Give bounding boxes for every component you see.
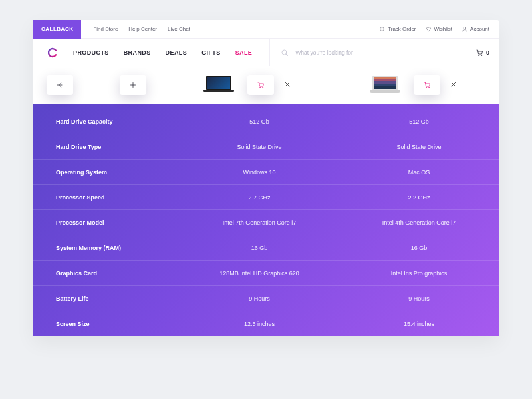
- plus-icon: [129, 81, 137, 89]
- spec-label: System Memory (RAM): [33, 245, 180, 251]
- live-chat-link[interactable]: Live Chat: [168, 26, 190, 32]
- product-a-thumbnail[interactable]: [200, 73, 238, 97]
- svg-point-0: [380, 27, 384, 31]
- brand-logo[interactable]: [33, 47, 73, 58]
- svg-point-2: [464, 27, 466, 29]
- cart-add-icon: [257, 81, 265, 89]
- spec-label: Operating System: [33, 169, 180, 176]
- close-icon: [283, 80, 291, 88]
- spec-value-a: Windows 10: [180, 169, 339, 176]
- spec-row: Processor ModelIntel 7th Generation Core…: [33, 210, 499, 235]
- product-b-remove[interactable]: [450, 80, 458, 90]
- search-field[interactable]: What you're looking for: [269, 39, 353, 66]
- spec-value-a: 2.7 GHz: [180, 194, 339, 201]
- cart-icon: [475, 49, 483, 57]
- compare-strip: [33, 66, 499, 104]
- add-product-button[interactable]: [120, 75, 146, 95]
- help-center-link[interactable]: Help Center: [128, 26, 157, 32]
- svg-point-4: [478, 55, 479, 55]
- spec-value-b: 9 Hours: [339, 295, 499, 302]
- nav-sale[interactable]: SALE: [235, 49, 253, 56]
- svg-point-9: [428, 87, 429, 88]
- spec-value-b: 2.2 GHz: [339, 194, 499, 201]
- track-order-link[interactable]: Track Order: [379, 26, 416, 32]
- main-nav: PRODUCTS BRANDS DEALS GIFTS SALE What yo…: [33, 39, 499, 66]
- spec-row: Hard Drive TypeSolid State DriveSolid St…: [33, 134, 499, 160]
- spec-row: System Memory (RAM)16 Gb16 Gb: [33, 235, 499, 261]
- spec-label: Processor Model: [33, 219, 180, 226]
- spec-value-b: Mac OS: [339, 169, 499, 176]
- spec-label: Processor Speed: [33, 194, 180, 201]
- wishlist-label: Wishlist: [434, 26, 453, 32]
- user-icon: [462, 26, 467, 32]
- spec-value-a: Intel 7th Generation Core i7: [180, 219, 339, 226]
- product-b-add-cart[interactable]: [414, 75, 440, 95]
- cart-count: 0: [486, 49, 489, 56]
- spec-value-b: 512 Gb: [339, 118, 499, 125]
- nav-deals[interactable]: DEALS: [166, 49, 188, 56]
- logo-icon: [48, 47, 59, 58]
- spec-value-a: 128MB Intel HD Graphics 620: [180, 270, 339, 277]
- spec-label: Hard Drive Capacity: [33, 118, 180, 125]
- spec-value-b: Intel 4th Generation Core i7: [339, 219, 499, 226]
- spec-value-a: 16 Gb: [180, 245, 339, 251]
- search-placeholder: What you're looking for: [295, 49, 353, 56]
- arrow-left-icon: [56, 81, 64, 89]
- utility-links: Find Store Help Center Live Chat: [93, 26, 190, 32]
- spec-value-b: 16 Gb: [339, 245, 499, 251]
- account-label: Account: [470, 26, 489, 32]
- cart-button[interactable]: 0: [475, 49, 489, 57]
- find-store-link[interactable]: Find Store: [93, 26, 118, 32]
- svg-point-6: [259, 87, 260, 88]
- nav-menu: PRODUCTS BRANDS DEALS GIFTS SALE: [73, 49, 252, 56]
- track-order-label: Track Order: [388, 26, 416, 32]
- account-link[interactable]: Account: [462, 26, 489, 32]
- spec-table: Hard Drive Capacity512 Gb512 GbHard Driv…: [33, 104, 499, 336]
- spec-label: Hard Drive Type: [33, 144, 180, 150]
- svg-point-5: [481, 55, 481, 55]
- target-icon: [379, 26, 385, 32]
- search-icon: [281, 49, 289, 57]
- spec-row: Operating SystemWindows 10Mac OS: [33, 160, 499, 185]
- nav-gifts[interactable]: GIFTS: [201, 49, 221, 56]
- app-window: CALLBACK Find Store Help Center Live Cha…: [33, 20, 499, 336]
- utility-bar: CALLBACK Find Store Help Center Live Cha…: [33, 20, 499, 39]
- spec-row: Graphics Card128MB Intel HD Graphics 620…: [33, 261, 499, 286]
- product-b-thumbnail[interactable]: [366, 73, 404, 97]
- product-a-add-cart[interactable]: [247, 75, 274, 95]
- heart-icon: [426, 26, 432, 32]
- spec-value-a: 512 Gb: [180, 118, 339, 125]
- spec-value-a: 9 Hours: [180, 295, 339, 302]
- spec-label: Graphics Card: [33, 270, 180, 277]
- wishlist-link[interactable]: Wishlist: [426, 26, 453, 32]
- spec-row: Processor Speed2.7 GHz2.2 GHz: [33, 185, 499, 210]
- spec-row: Screen Size12.5 inches15.4 inches: [33, 311, 499, 336]
- spec-value-b: Intel Iris Pro graphics: [339, 270, 499, 277]
- spec-value-b: Solid State Drive: [339, 144, 499, 150]
- callback-button[interactable]: CALLBACK: [33, 20, 81, 39]
- svg-point-8: [426, 87, 426, 88]
- spec-label: Battery Life: [33, 295, 180, 302]
- cart-add-icon: [423, 81, 431, 89]
- spec-value-b: 15.4 inches: [339, 321, 499, 327]
- nav-products[interactable]: PRODUCTS: [73, 49, 109, 56]
- nav-brands[interactable]: BRANDS: [124, 49, 151, 56]
- back-button[interactable]: [47, 75, 73, 95]
- svg-point-7: [262, 87, 263, 88]
- spec-row: Hard Drive Capacity512 Gb512 Gb: [33, 109, 499, 134]
- spec-value-a: 12.5 inches: [180, 321, 339, 327]
- svg-point-1: [382, 29, 383, 30]
- spec-label: Screen Size: [33, 321, 180, 327]
- close-icon: [450, 80, 458, 88]
- utility-right: Track Order Wishlist Account: [379, 26, 489, 32]
- product-a-remove[interactable]: [283, 80, 291, 90]
- spec-value-a: Solid State Drive: [180, 144, 339, 150]
- spec-row: Battery Life9 Hours9 Hours: [33, 286, 499, 311]
